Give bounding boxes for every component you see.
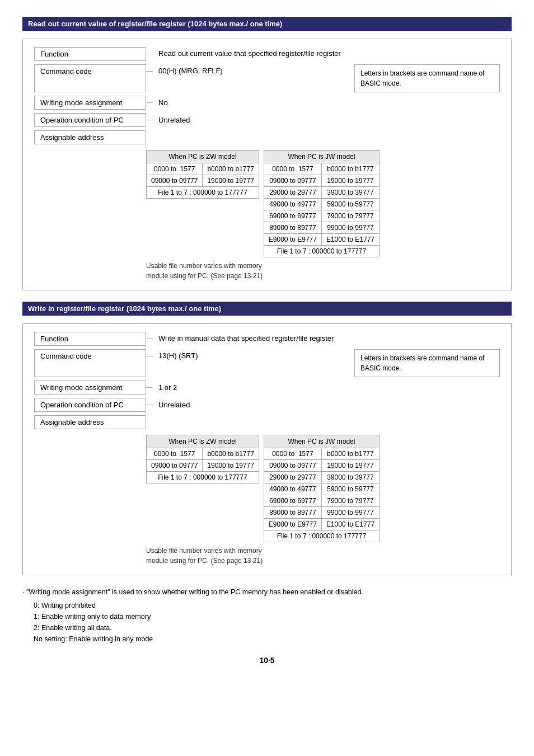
section2-writing-label: Writing mode assignment — [34, 381, 146, 395]
section2-function-value-wrap: Write in manual data that specified regi… — [153, 332, 500, 346]
page-number: 10·5 — [22, 656, 512, 665]
section1-assignable-label: Assignable address — [34, 130, 146, 144]
section2-operation-label: Operation condition of PC — [34, 398, 146, 412]
section1-function-value: Read out current value that specified re… — [153, 47, 346, 60]
section1-header: Read out current value of register/file … — [22, 17, 512, 31]
section2-function-label: Function — [34, 332, 146, 346]
section1-writing-connector — [146, 102, 153, 110]
section1-operation-row: Operation condition of PC Unrelated — [34, 113, 500, 127]
section2-block: Function Write in manual data that speci… — [22, 323, 512, 575]
section2-operation-row: Operation condition of PC Unrelated — [34, 398, 500, 412]
section2-command-label: Command code — [34, 349, 146, 377]
bottom-note-item-1: 1: Enable writing only to data memory — [34, 611, 512, 622]
section1-tables-area: When PC is ZW model 0000 to 1577 b0000 t… — [146, 150, 500, 257]
bottom-notes-items: 0: Writing prohibited 1: Enable writing … — [34, 600, 512, 645]
section1-usable-note: Usable file number varies with memory mo… — [146, 261, 500, 281]
section2-note: Letters in brackets are command name of … — [354, 349, 500, 377]
section2-command-value: 13(H) (SRT) — [153, 349, 204, 362]
section2-command-value-wrap: 13(H) (SRT) Letters in brackets are comm… — [153, 349, 500, 377]
section1-writing-label: Writing mode assignment — [34, 96, 146, 110]
section1-assignable-row: Assignable address — [34, 130, 500, 144]
section2-assignable-row: Assignable address — [34, 415, 500, 429]
section1-function-value-wrap: Read out current value that specified re… — [153, 47, 500, 61]
section1-operation-connector — [146, 120, 153, 127]
section1-block: Function Read out current value that spe… — [22, 39, 512, 290]
section1-command-value: 00(H) (MRG, RFLF) — [153, 64, 228, 77]
section2-operation-connector — [146, 405, 153, 412]
section1-operation-value: Unrelated — [153, 113, 195, 127]
section1-writing-row: Writing mode assignment No — [34, 96, 500, 110]
section2-function-value: Write in manual data that specified regi… — [153, 332, 339, 345]
bottom-notes: · "Writing mode assignment" is used to s… — [22, 586, 512, 645]
bottom-note-item-0: 0: Writing prohibited — [34, 600, 512, 611]
bottom-note-item-2: 2: Enable writing all data. — [34, 622, 512, 633]
section1-function-label: Function — [34, 47, 146, 61]
section2-operation-value: Unrelated — [153, 398, 195, 412]
section1-command-connector — [146, 71, 153, 92]
section2-assignable-label: Assignable address — [34, 415, 146, 429]
section2-command-connector — [146, 356, 153, 377]
section1-function-connector — [146, 54, 153, 61]
section2-writing-value: 1 or 2 — [153, 381, 182, 395]
section2-function-row: Function Write in manual data that speci… — [34, 332, 500, 346]
section1-note: Letters in brackets are command name of … — [354, 64, 500, 92]
section2-jw-table: When PC is JW model 0000 to 1577 b0000 t… — [264, 435, 380, 542]
section2-tables-area: When PC is ZW model 0000 to 1577 b0000 t… — [146, 435, 500, 542]
bottom-note-item-3: No setting: Enable writing in any mode — [34, 633, 512, 645]
section2-zw-table: When PC is ZW model 0000 to 1577 b0000 t… — [146, 435, 259, 483]
section1-command-value-wrap: 00(H) (MRG, RFLF) Letters in brackets ar… — [153, 64, 500, 92]
section1-jw-table: When PC is JW model 0000 to 1577 b0000 t… — [264, 150, 380, 257]
section2-writing-connector — [146, 387, 153, 395]
section2-usable-note: Usable file number varies with memory mo… — [146, 546, 500, 566]
section1-operation-label: Operation condition of PC — [34, 113, 146, 127]
section2-command-row: Command code 13(H) (SRT) Letters in brac… — [34, 349, 500, 377]
section1-zw-table: When PC is ZW model 0000 to 1577 b0000 t… — [146, 150, 259, 199]
bottom-notes-intro: · "Writing mode assignment" is used to s… — [22, 586, 512, 598]
section2-writing-row: Writing mode assignment 1 or 2 — [34, 381, 500, 395]
section1-command-label: Command code — [34, 64, 146, 92]
section1-writing-value: No — [153, 96, 174, 110]
section2-function-connector — [146, 339, 153, 346]
section2-header: Write in register/file register (1024 by… — [22, 302, 512, 316]
section1-command-row: Command code 00(H) (MRG, RFLF) Letters i… — [34, 64, 500, 92]
section1-function-row: Function Read out current value that spe… — [34, 47, 500, 61]
